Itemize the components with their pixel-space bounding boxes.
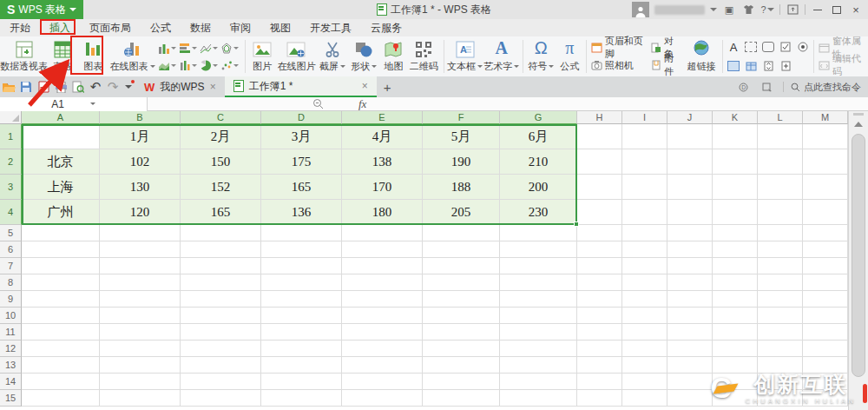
cell-L8[interactable] bbox=[758, 274, 803, 291]
cell-A11[interactable] bbox=[22, 324, 100, 341]
online-picture-button[interactable]: 在线图片 bbox=[277, 36, 317, 75]
cell-M4[interactable] bbox=[803, 200, 848, 225]
close-tab-icon[interactable]: × bbox=[210, 81, 216, 93]
select-all-corner[interactable] bbox=[0, 111, 22, 124]
column-header-H[interactable]: H bbox=[577, 111, 622, 124]
cell-B14[interactable] bbox=[100, 374, 181, 390]
cell-B4[interactable]: 120 bbox=[100, 200, 181, 225]
doc-assistant-icon[interactable]: D bbox=[734, 78, 752, 96]
cell-L13[interactable] bbox=[758, 357, 803, 374]
cell-C6[interactable] bbox=[181, 241, 261, 258]
cell-H1[interactable] bbox=[577, 124, 622, 149]
cell-B11[interactable] bbox=[100, 324, 181, 341]
hyperlink-button[interactable]: 超链接 bbox=[683, 36, 720, 75]
menu-page-layout[interactable]: 页面布局 bbox=[80, 19, 141, 36]
column-header-G[interactable]: G bbox=[500, 111, 577, 124]
row-header-15[interactable]: 15 bbox=[0, 390, 22, 407]
cell-G9[interactable] bbox=[500, 291, 577, 308]
cell-F12[interactable] bbox=[423, 341, 500, 357]
cell-K7[interactable] bbox=[713, 258, 758, 274]
cell-C13[interactable] bbox=[181, 357, 261, 374]
cell-F7[interactable] bbox=[423, 258, 500, 274]
cell-H6[interactable] bbox=[577, 241, 622, 258]
cell-D6[interactable] bbox=[261, 241, 342, 258]
column-header-M[interactable]: M bbox=[803, 111, 848, 124]
cell-F5[interactable] bbox=[423, 225, 500, 241]
cell-K9[interactable] bbox=[713, 291, 758, 308]
online-chart-button[interactable]: 在线图表 bbox=[110, 36, 155, 75]
cell-A5[interactable] bbox=[22, 225, 100, 241]
cell-C7[interactable] bbox=[181, 258, 261, 274]
cell-M14[interactable] bbox=[803, 374, 848, 390]
cell-L9[interactable] bbox=[758, 291, 803, 308]
cell-H11[interactable] bbox=[577, 324, 622, 341]
listbox-control-button[interactable] bbox=[745, 61, 757, 72]
cell-F9[interactable] bbox=[423, 291, 500, 308]
row-header-3[interactable]: 3 bbox=[0, 175, 22, 200]
row-header-4[interactable]: 4 bbox=[0, 200, 22, 225]
row-header-10[interactable]: 10 bbox=[0, 308, 22, 324]
cell-J5[interactable] bbox=[667, 225, 713, 241]
cell-J7[interactable] bbox=[667, 258, 713, 274]
cell-E14[interactable] bbox=[342, 374, 423, 390]
cell-M9[interactable] bbox=[803, 291, 848, 308]
cell-J8[interactable] bbox=[667, 274, 713, 291]
qrcode-button[interactable]: 二维码 bbox=[407, 36, 441, 75]
cell-M7[interactable] bbox=[803, 258, 848, 274]
cell-L5[interactable] bbox=[758, 225, 803, 241]
cell-M6[interactable] bbox=[803, 241, 848, 258]
insert-function-fx[interactable]: fx bbox=[358, 97, 366, 111]
account-caret-icon[interactable] bbox=[710, 8, 717, 11]
row-header-14[interactable]: 14 bbox=[0, 374, 22, 390]
cell-L2[interactable] bbox=[758, 149, 803, 175]
column-header-F[interactable]: F bbox=[423, 111, 500, 124]
row-header-11[interactable]: 11 bbox=[0, 324, 22, 341]
cell-H10[interactable] bbox=[577, 308, 622, 324]
cell-C8[interactable] bbox=[181, 274, 261, 291]
cell-G14[interactable] bbox=[500, 374, 577, 390]
cell-G10[interactable] bbox=[500, 308, 577, 324]
cell-I2[interactable] bbox=[622, 149, 667, 175]
cell-H5[interactable] bbox=[577, 225, 622, 241]
cell-G5[interactable] bbox=[500, 225, 577, 241]
collapse-ribbon-icon[interactable] bbox=[786, 3, 799, 17]
cell-J4[interactable] bbox=[667, 200, 713, 225]
cell-J13[interactable] bbox=[667, 357, 713, 374]
cell-B13[interactable] bbox=[100, 357, 181, 374]
cell-E10[interactable] bbox=[342, 308, 423, 324]
tab-list-icon[interactable] bbox=[759, 78, 776, 96]
maximize-button[interactable] bbox=[830, 3, 844, 17]
cell-L3[interactable] bbox=[758, 175, 803, 200]
cell-F3[interactable]: 188 bbox=[423, 175, 500, 200]
cell-K12[interactable] bbox=[713, 341, 758, 357]
undo-icon[interactable]: ↶ bbox=[87, 78, 104, 96]
cell-G6[interactable] bbox=[500, 241, 577, 258]
cell-K14[interactable] bbox=[713, 374, 758, 390]
cell-I1[interactable] bbox=[622, 124, 667, 149]
bar-chart-button[interactable] bbox=[178, 39, 199, 56]
cell-E13[interactable] bbox=[342, 357, 423, 374]
cell-D10[interactable] bbox=[261, 308, 342, 324]
cell-H7[interactable] bbox=[577, 258, 622, 274]
cell-J15[interactable] bbox=[667, 390, 713, 407]
name-box[interactable]: A1 bbox=[0, 97, 148, 111]
cell-B5[interactable] bbox=[100, 225, 181, 241]
message-box-icon[interactable]: ▣ bbox=[722, 3, 736, 17]
cell-K3[interactable] bbox=[713, 175, 758, 200]
cell-E12[interactable] bbox=[342, 341, 423, 357]
row-header-1[interactable]: 1 bbox=[0, 124, 22, 149]
cell-H12[interactable] bbox=[577, 341, 622, 357]
column-chart-button[interactable] bbox=[157, 39, 178, 56]
cell-C10[interactable] bbox=[181, 308, 261, 324]
cell-D7[interactable] bbox=[261, 258, 342, 274]
cell-E15[interactable] bbox=[342, 390, 423, 407]
cell-I15[interactable] bbox=[622, 390, 667, 407]
scatter-chart-button[interactable] bbox=[220, 56, 240, 74]
redo-icon[interactable]: ↷ bbox=[104, 78, 122, 96]
column-header-L[interactable]: L bbox=[758, 111, 803, 124]
cell-A15[interactable] bbox=[22, 390, 100, 407]
cell-H9[interactable] bbox=[577, 291, 622, 308]
cell-E7[interactable] bbox=[342, 258, 423, 274]
symbol-button[interactable]: Ω 符号 bbox=[526, 36, 556, 75]
minimize-button[interactable] bbox=[811, 3, 825, 17]
